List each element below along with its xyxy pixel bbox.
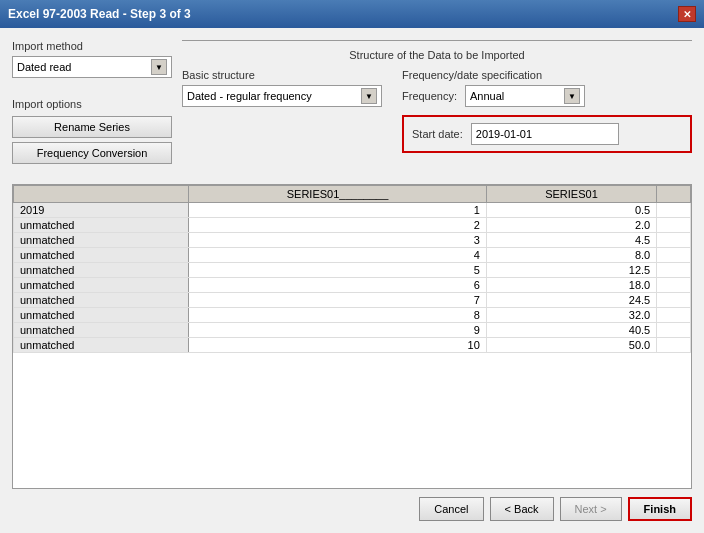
cell-extra <box>657 218 691 233</box>
cell-extra <box>657 338 691 353</box>
table-row: unmatched34.5 <box>14 233 691 248</box>
data-table: SERIES01________ SERIES01 201910.5unmatc… <box>13 185 691 353</box>
cell-series01-value: 18.0 <box>486 278 656 293</box>
cell-extra <box>657 323 691 338</box>
cell-series01-value: 24.5 <box>486 293 656 308</box>
cell-series01-value: 32.0 <box>486 308 656 323</box>
cell-extra <box>657 263 691 278</box>
cell-series01-raw: 1 <box>189 203 487 218</box>
cell-label: unmatched <box>14 263 189 278</box>
freq-date-label: Frequency/date specification <box>402 69 692 81</box>
finish-button[interactable]: Finish <box>628 497 692 521</box>
col-header-1: SERIES01________ <box>189 186 487 203</box>
cell-series01-raw: 3 <box>189 233 487 248</box>
freq-date-section: Frequency/date specification Frequency: … <box>402 69 692 153</box>
col-header-2: SERIES01 <box>486 186 656 203</box>
table-row: unmatched832.0 <box>14 308 691 323</box>
cell-label: unmatched <box>14 308 189 323</box>
frequency-row: Frequency: Annual ▼ <box>402 85 692 107</box>
main-dialog: Import method Dated read ▼ Import option… <box>0 28 704 533</box>
cell-label: unmatched <box>14 338 189 353</box>
cell-series01-raw: 2 <box>189 218 487 233</box>
import-method-value: Dated read <box>17 61 151 73</box>
data-table-container: SERIES01________ SERIES01 201910.5unmatc… <box>12 184 692 489</box>
cell-series01-raw: 10 <box>189 338 487 353</box>
cell-series01-raw: 5 <box>189 263 487 278</box>
bottom-bar: Cancel < Back Next > Finish <box>12 497 692 521</box>
frequency-arrow[interactable]: ▼ <box>564 88 580 104</box>
basic-structure-arrow[interactable]: ▼ <box>361 88 377 104</box>
cell-extra <box>657 278 691 293</box>
cell-series01-raw: 4 <box>189 248 487 263</box>
title-bar-text: Excel 97-2003 Read - Step 3 of 3 <box>8 7 191 21</box>
cell-label: unmatched <box>14 233 189 248</box>
table-row: unmatched512.5 <box>14 263 691 278</box>
cell-label: unmatched <box>14 293 189 308</box>
table-row: unmatched22.0 <box>14 218 691 233</box>
title-bar: Excel 97-2003 Read - Step 3 of 3 ✕ <box>0 0 704 28</box>
cell-series01-raw: 9 <box>189 323 487 338</box>
cancel-button[interactable]: Cancel <box>419 497 483 521</box>
cell-series01-raw: 8 <box>189 308 487 323</box>
basic-structure-label: Basic structure <box>182 69 382 81</box>
cell-series01-value: 50.0 <box>486 338 656 353</box>
left-panel: Import method Dated read ▼ Import option… <box>12 40 172 172</box>
col-header-extra <box>657 186 691 203</box>
cell-series01-value: 0.5 <box>486 203 656 218</box>
table-row: unmatched1050.0 <box>14 338 691 353</box>
cell-label: unmatched <box>14 248 189 263</box>
frequency-label: Frequency: <box>402 90 457 102</box>
start-date-input[interactable] <box>471 123 619 145</box>
structure-inner: Basic structure Dated - regular frequenc… <box>182 69 692 153</box>
table-row: unmatched48.0 <box>14 248 691 263</box>
cell-series01-value: 4.5 <box>486 233 656 248</box>
cell-series01-value: 2.0 <box>486 218 656 233</box>
col-header-0 <box>14 186 189 203</box>
table-row: unmatched940.5 <box>14 323 691 338</box>
import-method-arrow[interactable]: ▼ <box>151 59 167 75</box>
title-bar-controls: ✕ <box>678 6 696 22</box>
table-row: unmatched618.0 <box>14 278 691 293</box>
cell-extra <box>657 203 691 218</box>
cell-series01-value: 12.5 <box>486 263 656 278</box>
cell-series01-value: 40.5 <box>486 323 656 338</box>
cell-label: unmatched <box>14 278 189 293</box>
basic-structure-panel: Basic structure Dated - regular frequenc… <box>182 69 382 153</box>
import-method-label: Import method <box>12 40 172 52</box>
structure-section: Structure of the Data to be Imported Bas… <box>182 40 692 172</box>
rename-series-button[interactable]: Rename Series <box>12 116 172 138</box>
top-section: Import method Dated read ▼ Import option… <box>12 40 692 172</box>
frequency-dropdown[interactable]: Annual ▼ <box>465 85 585 107</box>
import-method-dropdown[interactable]: Dated read ▼ <box>12 56 172 78</box>
import-options-label: Import options <box>12 98 172 110</box>
basic-structure-dropdown[interactable]: Dated - regular frequency ▼ <box>182 85 382 107</box>
cell-extra <box>657 248 691 263</box>
table-row: unmatched724.5 <box>14 293 691 308</box>
structure-title: Structure of the Data to be Imported <box>182 49 692 61</box>
cell-series01-raw: 7 <box>189 293 487 308</box>
close-button[interactable]: ✕ <box>678 6 696 22</box>
import-options-panel: Import options Rename Series Frequency C… <box>12 98 172 164</box>
options-buttons: Rename Series Frequency Conversion <box>12 116 172 164</box>
cell-series01-raw: 6 <box>189 278 487 293</box>
back-button[interactable]: < Back <box>490 497 554 521</box>
cell-extra <box>657 293 691 308</box>
cell-extra <box>657 308 691 323</box>
start-date-label: Start date: <box>412 128 463 140</box>
frequency-conversion-button[interactable]: Frequency Conversion <box>12 142 172 164</box>
basic-structure-value: Dated - regular frequency <box>187 90 361 102</box>
frequency-value: Annual <box>470 90 564 102</box>
cell-extra <box>657 233 691 248</box>
table-row: 201910.5 <box>14 203 691 218</box>
cell-label: unmatched <box>14 218 189 233</box>
start-date-row: Start date: <box>402 115 692 153</box>
cell-label: 2019 <box>14 203 189 218</box>
cell-label: unmatched <box>14 323 189 338</box>
next-button[interactable]: Next > <box>560 497 622 521</box>
import-method-panel: Import method Dated read ▼ <box>12 40 172 78</box>
cell-series01-value: 8.0 <box>486 248 656 263</box>
